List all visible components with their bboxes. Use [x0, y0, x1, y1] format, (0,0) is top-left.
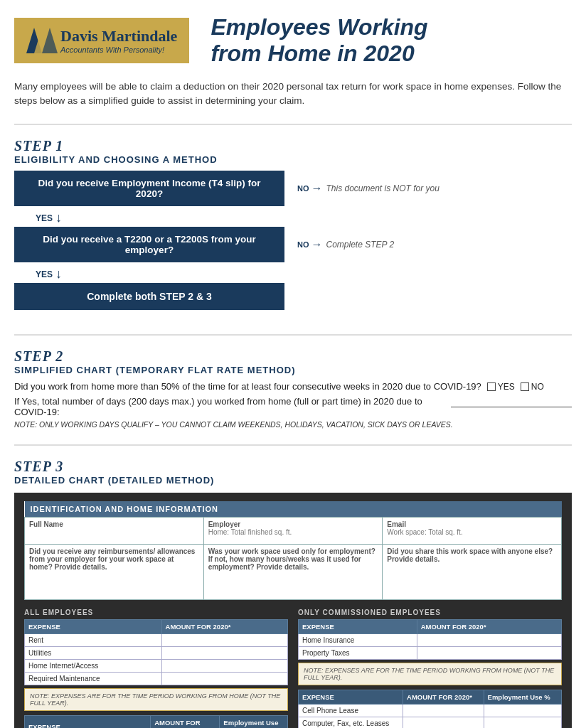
employment-use-cell: Was your work space used only for employ…: [203, 545, 383, 600]
step1-flow: Did you receive Employment Income (T4 sl…: [14, 171, 572, 317]
full-name-cell: Full Name: [25, 518, 204, 545]
question2-box: Did you receive a T2200 or a T2200S from…: [14, 227, 284, 262]
expense-row-utilities: Utilities: [25, 647, 288, 660]
down-arrow-1: ↓: [55, 210, 62, 225]
right-arrow-2: →: [311, 238, 323, 251]
expense-row-rent: Rent: [25, 634, 288, 647]
step1-section: STEP 1 ELIGIBILITY AND CHOOSING A METHOD…: [14, 138, 572, 317]
identification-table: IDENTIFICATION AND HOME INFORMATION Full…: [24, 501, 562, 600]
step2-label: STEP 2: [14, 348, 572, 365]
step2-note: NOTE: ONLY WORKING DAYS QUALIFY – YOU CA…: [14, 420, 572, 429]
step3-content: IDENTIFICATION AND HOME INFORMATION Full…: [14, 493, 572, 728]
col-amount-1: AMOUNT FOR 2020*: [161, 620, 287, 634]
step2-header: STEP 2 SIMPLIFIED CHART (TEMPORARY FLAT …: [14, 348, 572, 375]
yes-label-1: YES: [36, 213, 53, 223]
commissioned-employees-section: ONLY COMMISSIONED EMPLOYEES EXPENSE AMOU…: [298, 609, 562, 728]
step3-section: STEP 3 DETAILED CHART (DETAILED METHOD) …: [14, 459, 572, 728]
no-checkbox-item: NO: [521, 382, 544, 392]
yes-checkbox[interactable]: [487, 382, 496, 391]
expense-row-insurance: Home Insurance: [299, 634, 562, 647]
reimbursements-cell: Did you receive any reimbursements/ allo…: [25, 545, 204, 600]
step1-header: STEP 1 ELIGIBILITY AND CHOOSING A METHOD: [14, 138, 572, 165]
no-label-1: NO: [297, 184, 309, 193]
email-cell: Email Work space: Total sq. ft.: [383, 518, 562, 545]
all-employees-note: NOTE: EXPENSES ARE FOR THE TIME PERIOD W…: [24, 688, 288, 711]
page-header: Davis Martindale Accountants With Person…: [14, 14, 572, 67]
step1-subtitle: ELIGIBILITY AND CHOOSING A METHOD: [14, 154, 572, 165]
all-employees-table: EXPENSE AMOUNT FOR 2020* Rent Utilities: [24, 619, 288, 685]
all-employees-title: ALL EMPLOYEES: [24, 609, 288, 616]
col-expense-1: EXPENSE: [25, 620, 162, 634]
commissioned-sub-table: EXPENSE AMOUNT FOR 2020* Employment Use …: [298, 690, 562, 728]
complete-box: Complete both STEP 2 & 3: [14, 283, 284, 310]
logo-icon: [26, 28, 58, 53]
all-employees-sub-table: EXPENSE AMOUNT FOR 2020* Employment Use …: [24, 715, 288, 728]
no-side-1: NO → This document is NOT for you: [297, 182, 440, 195]
no-side-2: NO → Complete STEP 2: [297, 238, 394, 251]
no-label-2: NO: [297, 240, 309, 249]
expense-row-property-tax: Property Taxes: [299, 647, 562, 660]
expense-row-maintenance: Required Maintenance: [25, 673, 288, 685]
divider-1: [14, 124, 572, 125]
commissioned-title: ONLY COMMISSIONED EMPLOYEES: [298, 609, 562, 616]
commissioned-note: NOTE: EXPENSES ARE FOR THE TIME PERIOD W…: [298, 663, 562, 685]
logo-company-name: Davis Martindale: [60, 27, 177, 46]
expense-row-cell-lease: Cell Phone Lease: [299, 705, 562, 717]
logo-tagline: Accountants With Personality!: [60, 46, 177, 54]
no-result-2: Complete STEP 2: [326, 240, 395, 250]
flow-row-2: Did you receive a T2200 or a T2200S from…: [14, 227, 572, 262]
intro-paragraph: Many employees will be able to claim a d…: [14, 80, 572, 109]
page-title: Employees Working from Home in 2020: [211, 14, 427, 67]
yes-arrow-2: YES ↓: [36, 267, 572, 282]
step3-label: STEP 3: [14, 459, 572, 475]
step2-line2: If Yes, total number of days (200 days m…: [14, 396, 572, 417]
down-arrow-2: ↓: [55, 267, 62, 282]
commissioned-table: EXPENSE AMOUNT FOR 2020* Home Insurance …: [298, 619, 562, 660]
days-input-blank: [451, 407, 572, 407]
step3-subtitle: DETAILED CHART (DETAILED METHOD): [14, 475, 572, 486]
divider-2: [14, 334, 572, 336]
expense-section: ALL EMPLOYEES EXPENSE AMOUNT FOR 2020* R…: [24, 609, 562, 728]
logo-box: Davis Martindale Accountants With Person…: [14, 18, 189, 63]
expense-row-computer-lease: Computer, Fax, etc. Leases: [299, 717, 562, 728]
yes-arrow-1: YES ↓: [36, 210, 572, 225]
right-arrow-1: →: [311, 182, 323, 195]
expense-row-internet: Home Internet/Access: [25, 660, 288, 673]
step1-label: STEP 1: [14, 138, 572, 154]
all-employees-section: ALL EMPLOYEES EXPENSE AMOUNT FOR 2020* R…: [24, 609, 288, 728]
yes-checkbox-item: YES: [487, 382, 515, 392]
yes-label-2: YES: [36, 269, 53, 279]
step2-subtitle: SIMPLIFIED CHART (TEMPORARY FLAT RATE ME…: [14, 365, 572, 375]
question1-box: Did you receive Employment Income (T4 sl…: [14, 171, 284, 206]
flow-row-1: Did you receive Employment Income (T4 sl…: [14, 171, 572, 206]
step3-header: STEP 3 DETAILED CHART (DETAILED METHOD): [14, 459, 572, 486]
no-result-1: This document is NOT for you: [326, 183, 440, 193]
divider-3: [14, 444, 572, 446]
employer-cell: Employer Home: Total finished sq. ft.: [203, 518, 383, 545]
id-section-title: IDENTIFICATION AND HOME INFORMATION: [25, 501, 562, 518]
no-checkbox[interactable]: [521, 382, 529, 391]
step2-section: STEP 2 SIMPLIFIED CHART (TEMPORARY FLAT …: [14, 348, 572, 429]
shared-space-cell: Did you share this work space with anyon…: [383, 545, 562, 600]
step2-question: Did you work from home more than 50% of …: [14, 381, 572, 392]
